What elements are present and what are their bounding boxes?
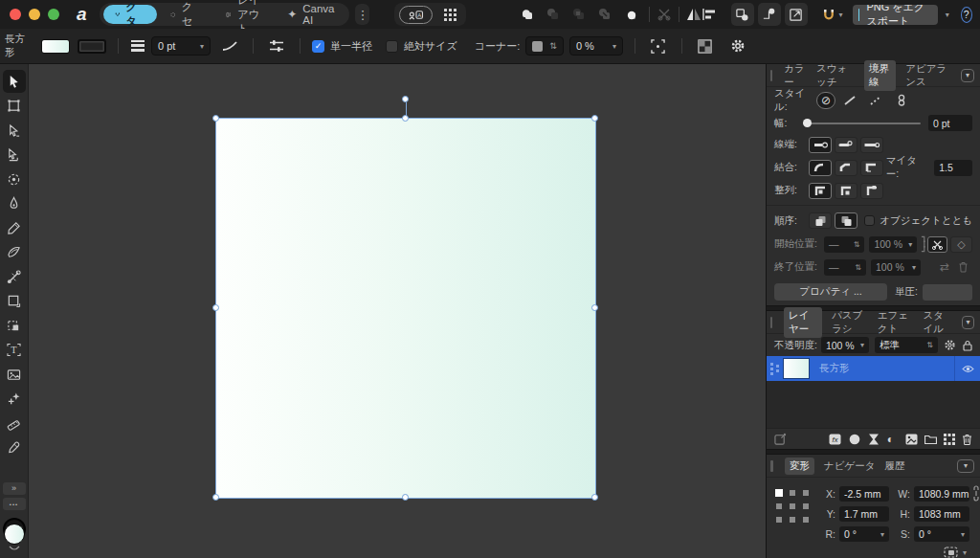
live-filter-icon[interactable]: ◐: [887, 434, 894, 445]
image-place-tool[interactable]: [3, 363, 26, 386]
start-line-select[interactable]: —⇅: [824, 236, 864, 253]
boolean-subtract-button[interactable]: [542, 3, 565, 26]
w-input[interactable]: 1080.9 mm: [914, 486, 969, 502]
layers-list-empty-area[interactable]: [767, 381, 980, 428]
boolean-combine-button[interactable]: [619, 3, 642, 26]
measure-tool[interactable]: [3, 412, 26, 435]
fill-tool[interactable]: [3, 265, 26, 288]
mask-layer-icon[interactable]: [849, 434, 860, 445]
single-radius-checkbox[interactable]: ✓: [312, 40, 324, 53]
y-input[interactable]: 1.7 mm: [839, 506, 889, 522]
x-input[interactable]: -2.5 mm: [839, 486, 889, 502]
style-none-button[interactable]: ⊘: [816, 92, 835, 109]
snapping-control[interactable]: ▾: [821, 8, 843, 22]
panel-collapse-button[interactable]: ▾: [961, 69, 974, 82]
node-tool[interactable]: [3, 119, 26, 142]
layer-visibility-toggle[interactable]: [955, 365, 980, 373]
corner-tool[interactable]: [3, 167, 26, 190]
delete-layer-trash-icon[interactable]: [962, 434, 972, 445]
frame-text-tool[interactable]: T: [3, 339, 26, 362]
artboard-tool[interactable]: [3, 95, 26, 118]
add-image-layer-icon[interactable]: [905, 434, 918, 445]
edit-layer-icon[interactable]: [774, 433, 787, 445]
swap-positions-icon[interactable]: ⇄: [940, 260, 949, 274]
properties-button[interactable]: プロパティ ...: [774, 283, 887, 301]
rectangle-shape[interactable]: [216, 119, 595, 498]
corner-radius-select[interactable]: 0 % ▾: [569, 36, 623, 56]
color-picker-tool[interactable]: [3, 436, 26, 459]
boolean-intersect-button[interactable]: [568, 3, 590, 26]
scale-with-object-button[interactable]: [785, 3, 808, 26]
tab-layers[interactable]: レイヤー: [784, 307, 822, 338]
cut-path-button[interactable]: [927, 236, 947, 253]
fill-stroke-color-well[interactable]: [1, 518, 28, 550]
stroke-color-swatch[interactable]: [78, 39, 106, 54]
trash-icon[interactable]: [958, 261, 969, 273]
flip-horizontal-button[interactable]: [686, 3, 702, 26]
boolean-add-button[interactable]: [516, 3, 539, 26]
studio-grid-toggle[interactable]: [438, 3, 461, 26]
adjustment-layer-icon[interactable]: [868, 434, 880, 445]
align-inside-button[interactable]: [835, 183, 858, 199]
tab-history[interactable]: 履歴: [884, 459, 904, 473]
persona-vector[interactable]: ベクター: [103, 5, 157, 24]
align-center-button[interactable]: [809, 183, 832, 199]
export-png-button[interactable]: PNG をエクスポート: [853, 5, 938, 25]
tab-navigator[interactable]: ナビゲータ: [824, 459, 875, 473]
tab-styles[interactable]: スタイル: [924, 309, 952, 336]
persona-canva-ai[interactable]: ✦ Canva AI: [276, 5, 345, 24]
handle-bottom-left[interactable]: [212, 494, 219, 501]
zoom-window-button[interactable]: [48, 9, 59, 20]
shear-select[interactable]: 0 °▾: [914, 526, 969, 542]
corner-type-select[interactable]: ⇅: [525, 36, 564, 56]
width-slider[interactable]: [803, 119, 921, 128]
end-percent-select[interactable]: 100 %▾: [871, 259, 921, 276]
pencil-tool[interactable]: [3, 216, 26, 239]
contour-tool[interactable]: [3, 144, 26, 167]
tab-color[interactable]: カラー: [784, 62, 807, 89]
tab-path-brush[interactable]: パスブラシ: [832, 309, 868, 336]
cap-round-button[interactable]: [835, 137, 858, 153]
boolean-divide-button[interactable]: [593, 3, 616, 26]
style-solid-button[interactable]: [838, 92, 861, 108]
tab-stroke[interactable]: 境界線: [864, 60, 896, 91]
handle-mid-left[interactable]: [212, 304, 219, 311]
vector-brush-tool[interactable]: [3, 241, 26, 264]
handle-top-right[interactable]: [591, 115, 598, 122]
panel-collapse-button[interactable]: ▾: [962, 316, 974, 329]
close-window-button[interactable]: [10, 9, 21, 20]
anchor-point-selector[interactable]: [774, 488, 813, 526]
panel-collapse-button[interactable]: ▾: [957, 459, 974, 473]
panel-grab-handle[interactable]: [770, 317, 772, 328]
align-outside-button[interactable]: [860, 183, 883, 199]
rectangle-tool[interactable]: [3, 290, 26, 313]
opacity-select[interactable]: 100 %▾: [821, 337, 869, 353]
style-pickup-tool[interactable]: [3, 388, 26, 411]
new-group-folder-icon[interactable]: [924, 434, 937, 444]
stroke-properties-button[interactable]: [265, 34, 288, 57]
pixel-grid-button[interactable]: [694, 34, 717, 57]
pattern-grid-icon[interactable]: [944, 434, 955, 445]
transform-point-button[interactable]: [758, 3, 781, 26]
handle-top-left[interactable]: [212, 115, 219, 122]
tab-effects[interactable]: エフェクト: [878, 309, 914, 336]
h-input[interactable]: 1083 mm: [914, 506, 969, 522]
persona-pixel[interactable]: ピクセル: [159, 5, 212, 24]
order-front-button[interactable]: [835, 212, 858, 229]
layer-effects-fx-icon[interactable]: fx: [829, 434, 841, 445]
end-line-select[interactable]: —⇅: [824, 259, 866, 276]
persona-more-menu-button[interactable]: ⋮: [355, 4, 369, 25]
slider-thumb[interactable]: [803, 119, 812, 127]
more-tools-button[interactable]: •••: [3, 498, 26, 510]
link-wh-icon[interactable]: [972, 485, 980, 502]
node-marker-button[interactable]: ◇: [950, 236, 972, 253]
join-miter-button[interactable]: [860, 160, 883, 176]
transform-objects-button[interactable]: [731, 3, 754, 26]
cap-butt-button[interactable]: [809, 137, 832, 153]
alignment-button[interactable]: [702, 3, 717, 26]
cap-square-button[interactable]: [860, 137, 883, 153]
fill-color-well[interactable]: [4, 524, 25, 545]
handle-bottom-right[interactable]: [591, 494, 598, 501]
order-behind-button[interactable]: [809, 212, 832, 229]
rotation-select[interactable]: 0 °▾: [839, 526, 889, 542]
